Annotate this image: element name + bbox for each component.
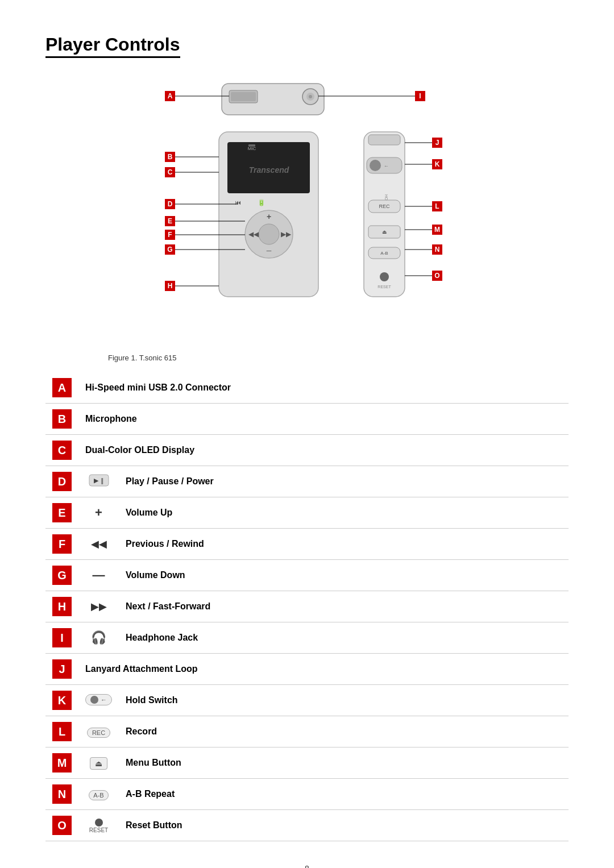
description-cell: Volume Up	[119, 497, 569, 529]
svg-text:◀◀: ◀◀	[248, 230, 259, 238]
svg-text:RESET: RESET	[377, 285, 391, 289]
description-cell: Volume Down	[119, 560, 569, 591]
svg-text:▶▶: ▶▶	[281, 230, 292, 238]
letter-badge: H	[52, 597, 72, 616]
letter-badge: K	[52, 691, 72, 710]
svg-text:⏮: ⏮	[235, 199, 241, 206]
icon-cell: —	[78, 560, 119, 591]
letter-cell: L	[45, 716, 78, 747]
diagram-svg: A I MIC Transcend ⏮ 🔋 + ◀◀ ─ ▶▶ B	[108, 75, 506, 348]
svg-text:←: ←	[384, 163, 389, 169]
letter-badge: O	[52, 816, 72, 835]
letter-cell: F	[45, 529, 78, 560]
svg-text:C: C	[168, 168, 173, 176]
table-row: I🎧Headphone Jack	[45, 622, 569, 654]
icon-cell: 🎧	[78, 622, 119, 654]
icon-cell: ▶▶	[78, 591, 119, 622]
svg-text:N: N	[435, 246, 440, 254]
letter-cell: B	[45, 404, 78, 435]
svg-text:A-B: A-B	[380, 251, 388, 256]
table-row: K←Hold Switch	[45, 685, 569, 716]
letter-badge: D	[52, 472, 72, 491]
svg-rect-47	[368, 135, 400, 145]
svg-text:K: K	[435, 160, 440, 168]
figure-caption: Figure 1. T.sonic 615	[108, 354, 506, 362]
table-row: JLanyard Attachment Loop	[45, 654, 569, 685]
svg-text:A: A	[168, 92, 173, 100]
letter-cell: O	[45, 810, 78, 841]
letter-cell: D	[45, 466, 78, 497]
table-row: CDual-Color OLED Display	[45, 435, 569, 466]
description-cell: Lanyard Attachment Loop	[78, 654, 569, 685]
letter-cell: M	[45, 747, 78, 779]
table-row: E+Volume Up	[45, 497, 569, 529]
icon-cell: ◀◀	[78, 529, 119, 560]
svg-text:O: O	[434, 272, 439, 280]
icon-cell: ⏏	[78, 747, 119, 779]
description-cell: Menu Button	[119, 747, 569, 779]
description-cell: Reset Button	[119, 810, 569, 841]
svg-text:▶ ‖: ▶ ‖	[94, 477, 103, 484]
svg-rect-46	[364, 132, 405, 297]
svg-text:🔋: 🔋	[258, 198, 265, 206]
table-row: LRECRecord	[45, 716, 569, 747]
page-title: Player Controls	[45, 34, 180, 58]
svg-text:I: I	[419, 92, 421, 100]
svg-text:REC: REC	[379, 203, 390, 209]
svg-point-49	[370, 160, 381, 171]
svg-text:M: M	[434, 226, 440, 234]
description-cell: Previous / Rewind	[119, 529, 569, 560]
table-row: H▶▶Next / Fast-Forward	[45, 591, 569, 622]
icon-cell: ←	[78, 685, 119, 716]
svg-point-20	[259, 224, 279, 244]
icon-cell: RESET	[78, 810, 119, 841]
letter-badge: N	[52, 784, 72, 804]
svg-text:H: H	[168, 282, 173, 290]
letter-cell: K	[45, 685, 78, 716]
svg-point-5	[309, 95, 312, 98]
description-cell: Hold Switch	[119, 685, 569, 716]
table-row: BMicrophone	[45, 404, 569, 435]
letter-badge: F	[52, 534, 72, 554]
svg-point-58	[380, 272, 389, 281]
letter-badge: E	[52, 503, 72, 522]
icon-cell: +	[78, 497, 119, 529]
description-cell: Headphone Jack	[119, 622, 569, 654]
svg-rect-15	[248, 144, 255, 147]
letter-badge: A	[52, 378, 72, 397]
icon-cell: A-B	[78, 779, 119, 810]
letter-badge: I	[52, 628, 72, 647]
description-cell: Microphone	[78, 404, 569, 435]
letter-badge: J	[52, 659, 72, 679]
description-cell: Next / Fast-Forward	[119, 591, 569, 622]
controls-table: AHi-Speed mini USB 2.0 ConnectorBMicroph…	[45, 372, 569, 841]
letter-cell: A	[45, 372, 78, 404]
svg-text:MIC: MIC	[248, 146, 256, 151]
svg-text:Transcend: Transcend	[249, 165, 289, 175]
svg-text:B: B	[168, 153, 173, 161]
table-row: D▶ ‖Play / Pause / Power	[45, 466, 569, 497]
table-row: F◀◀Previous / Rewind	[45, 529, 569, 560]
table-row: M⏏Menu Button	[45, 747, 569, 779]
svg-text:E: E	[168, 217, 172, 225]
description-cell: Record	[119, 716, 569, 747]
svg-text:J: J	[435, 139, 439, 147]
letter-cell: G	[45, 560, 78, 591]
svg-text:─: ─	[266, 247, 272, 255]
letter-badge: C	[52, 441, 72, 460]
description-cell: Play / Pause / Power	[119, 466, 569, 497]
table-row: NA-BA-B Repeat	[45, 779, 569, 810]
description-cell: Dual-Color OLED Display	[78, 435, 569, 466]
letter-cell: N	[45, 779, 78, 810]
letter-cell: I	[45, 622, 78, 654]
svg-text:L: L	[435, 202, 439, 210]
description-cell: A-B Repeat	[119, 779, 569, 810]
svg-text:⏏: ⏏	[382, 229, 387, 235]
letter-cell: J	[45, 654, 78, 685]
letter-badge: L	[52, 722, 72, 741]
table-row: G—Volume Down	[45, 560, 569, 591]
letter-cell: H	[45, 591, 78, 622]
letter-badge: G	[52, 566, 72, 585]
letter-cell: C	[45, 435, 78, 466]
letter-cell: E	[45, 497, 78, 529]
